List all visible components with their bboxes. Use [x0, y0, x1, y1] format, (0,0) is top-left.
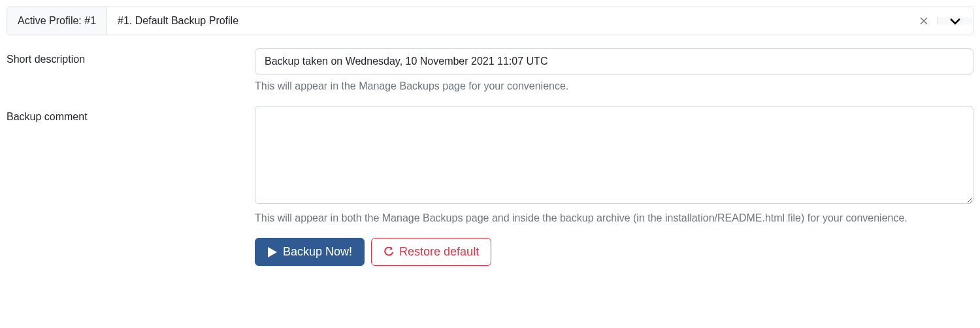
short-description-row: Short description This will appear in th… [7, 48, 973, 94]
restore-default-label: Restore default [399, 245, 479, 259]
backup-comment-row: Backup comment This will appear in both … [7, 106, 973, 226]
backup-comment-field-wrap: This will appear in both the Manage Back… [255, 106, 973, 226]
backup-comment-label: Backup comment [7, 106, 255, 123]
svg-marker-2 [268, 247, 277, 257]
short-description-label: Short description [7, 48, 255, 65]
active-profile-select[interactable]: #1. Default Backup Profile [107, 7, 973, 35]
active-profile-label: Active Profile: #1 [7, 7, 107, 35]
redo-icon [384, 247, 394, 257]
short-description-help: This will appear in the Manage Backups p… [255, 78, 973, 94]
play-icon [267, 246, 278, 258]
backup-comment-help: This will appear in both the Manage Back… [255, 210, 973, 226]
short-description-input[interactable] [255, 48, 973, 74]
backup-now-label: Backup Now! [283, 245, 352, 259]
backup-comment-textarea[interactable] [255, 106, 973, 204]
chevron-down-icon[interactable] [937, 17, 973, 25]
active-profile-value: #1. Default Backup Profile [107, 7, 911, 35]
short-description-field-wrap: This will appear in the Manage Backups p… [255, 48, 973, 94]
clear-icon[interactable] [911, 17, 937, 25]
action-buttons: Backup Now! Restore default [255, 238, 973, 266]
active-profile-bar: Active Profile: #1 #1. Default Backup Pr… [7, 7, 973, 35]
restore-default-button[interactable]: Restore default [371, 238, 491, 266]
backup-now-button[interactable]: Backup Now! [255, 238, 365, 266]
